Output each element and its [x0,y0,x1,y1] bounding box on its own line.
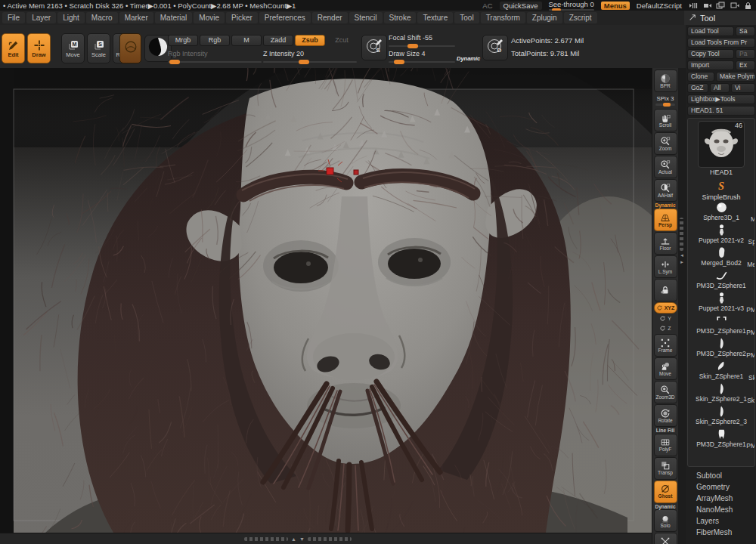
mode-button[interactable]: Edit [2,33,25,63]
tray-width-icon[interactable] [702,2,712,10]
menu-item[interactable]: Tool [454,12,479,23]
palette-stack-icon[interactable] [716,2,726,10]
mode-button[interactable]: Draw [27,33,51,63]
subpalette-header[interactable]: NanoMesh [687,504,755,515]
hscroll-track-right[interactable] [308,537,352,541]
goz-visible-button[interactable]: Vi [731,83,755,93]
right-shelf-button[interactable]: Scroll [654,109,677,131]
menu-item[interactable]: Marker [119,12,153,23]
right-shelf-button[interactable]: Z [654,324,677,333]
menu-item[interactable]: Stencil [349,12,383,23]
menu-item[interactable]: Preferences [259,12,311,23]
sculpt-viewport[interactable] [0,68,652,533]
vscroll-right-icon[interactable]: ► [680,260,684,264]
tool-inventory-item[interactable]: Skin_ZSphere1 Sk [688,360,754,382]
right-shelf-button[interactable]: Dynamic Solo [654,504,677,533]
menu-item[interactable]: Texture [417,12,453,23]
right-shelf-button[interactable]: Y [654,314,677,323]
right-shelf-button[interactable] [654,279,677,301]
menu-item[interactable]: Render [312,12,348,23]
paste-tool-button[interactable]: Pa [736,49,755,59]
goz-button[interactable]: GoZ [687,83,708,93]
draw-size-slider[interactable]: Draw Size 4 [389,51,455,63]
tool-palette-header[interactable]: Tool [684,11,756,26]
subpalette-header[interactable]: FiberMesh [687,527,755,538]
dynamic-label[interactable]: Dynamic [457,55,480,62]
make-polymesh-button[interactable]: Make Polym [716,72,755,82]
scroll-up-icon[interactable]: ▲ [291,536,296,542]
load-tool-button[interactable]: Load Tool [687,26,734,36]
menu-item[interactable]: Zplugin [527,12,562,23]
menu-item[interactable]: File [2,12,25,23]
scroll-down-icon[interactable]: ▼ [299,536,305,542]
right-shelf-button[interactable]: Frame [654,334,677,357]
tool-inventory-item[interactable]: PM3D_ZSphere1 PM [688,314,754,337]
lock-ui-icon[interactable] [743,2,753,10]
subpalette-header[interactable]: Layers [687,515,755,527]
paint-mode-button[interactable]: Rgb [200,35,230,46]
tool-inventory-item[interactable]: Sphere3D_1 M [688,201,754,224]
menu-item[interactable]: Macro [86,12,118,23]
sculptris-pro-button[interactable]: S [361,35,387,60]
lightbox-tools-button[interactable]: Lightbox▶Tools [687,94,755,104]
z-intensity-slider[interactable]: Z Intensity 20 [263,51,357,63]
tool-inventory-item[interactable]: Merged_Bod2 Me [688,246,754,269]
right-shelf-button[interactable]: Floor [654,232,677,255]
default-zscript-button[interactable]: DefaultZScript [637,2,682,10]
right-shelf-button[interactable]: XYZ [654,302,677,314]
right-shelf-button[interactable]: Zoom3D [654,381,677,403]
right-shelf-button[interactable]: Dynamic Persp [654,202,677,231]
right-shelf-button[interactable]: BPR [654,70,677,92]
export-button[interactable]: Ex [736,60,755,70]
menu-item[interactable]: Light [57,12,85,23]
right-shelf-button[interactable]: Actual [654,156,677,178]
tool-inventory-item[interactable]: PM3D_ZSphere1 PM [688,428,754,450]
current-tool-button[interactable]: HEAD1. 51 [687,106,755,116]
rgb-intensity-slider[interactable]: Rgb Intensity [168,51,262,63]
quicksave-button[interactable]: QuickSave [500,2,542,10]
canvas-hscroll[interactable]: ▲ ▼ [244,536,352,542]
canvas-vscroll[interactable]: ◄ ► [680,218,684,264]
right-shelf-button[interactable]: Rotate [654,404,677,427]
vscroll-left-icon[interactable]: ◄ [680,253,684,258]
see-through-slider[interactable]: See-through 0 [549,0,594,11]
menus-button[interactable]: Menus [601,2,630,10]
paint-mode-button[interactable]: M [231,35,262,46]
tool-inventory-item[interactable]: PM3D_ZSphere1 [688,269,754,292]
tool-inventory-item[interactable]: PM3D_ZSphere2 PM [688,337,754,360]
sculpt-mode-button[interactable]: Zsub [295,35,325,46]
menu-item[interactable]: Material [155,12,193,23]
current-brush-button[interactable] [119,33,141,63]
import-button[interactable]: Import [687,60,734,70]
right-shelf-button[interactable]: Zoom [654,132,677,155]
goz-all-button[interactable]: All [710,83,730,93]
sculpt-mode-button[interactable]: Zcut [327,35,357,46]
menu-item[interactable]: Transform [481,12,525,23]
subpalette-header[interactable]: Subtool [687,470,755,481]
spix-slider[interactable] [655,104,675,106]
right-shelf-button[interactable]: Move [654,357,677,380]
focal-shift-slider[interactable]: Focal Shift -55 [389,35,455,47]
mode-button[interactable]: M Move [61,33,85,63]
paint-mode-button[interactable]: Mrgb [168,35,198,46]
tool-inventory-item[interactable]: Skin_ZSphere2_3 [688,405,754,428]
clone-button[interactable]: Clone [687,72,714,82]
menu-item[interactable]: Layer [26,12,56,23]
tray-divider-icon[interactable] [689,2,699,10]
right-shelf-button[interactable]: Line Fill PolyF [654,428,677,456]
hscroll-track-left[interactable] [244,537,288,541]
menu-item[interactable]: Zscript [564,12,597,23]
tool-inventory-item[interactable]: Puppet 2021-v2 Sp [688,224,754,246]
right-shelf-button[interactable]: L.Sym [654,255,677,278]
right-shelf-button[interactable]: Ghost [654,481,677,503]
save-as-button[interactable]: Sa [736,26,755,36]
tool-inventory-item[interactable]: Puppet 2021-v3 PM [688,292,754,314]
vscroll-track[interactable] [680,218,683,251]
right-shelf-button[interactable]: Transp [654,457,677,480]
dynamic-brush-button[interactable]: D [482,35,508,60]
current-tool-thumbnail[interactable]: 46 [698,121,745,168]
copy-tool-button[interactable]: Copy Tool [687,49,734,59]
menu-item[interactable]: Picker [226,12,258,23]
menu-item[interactable]: Movie [194,12,225,23]
subpalette-header[interactable]: ArrayMesh [687,493,755,504]
